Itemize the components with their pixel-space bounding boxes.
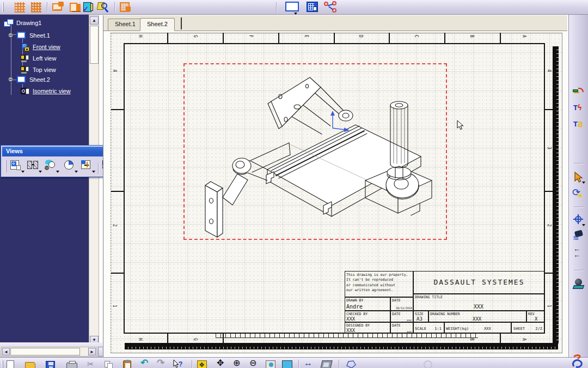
zone-letter: B	[469, 35, 474, 38]
copy-icon[interactable]	[105, 361, 113, 368]
collapse-expander[interactable]	[8, 77, 13, 82]
redo-icon[interactable]: ↷	[157, 360, 164, 366]
grid-icon[interactable]	[15, 2, 25, 13]
new-detail-sheet-icon[interactable]	[52, 2, 65, 13]
zone-number: 1	[112, 305, 117, 307]
size-cell: SIZE A3	[413, 311, 428, 322]
toolbar-grip[interactable]	[5, 160, 7, 172]
zone-letter: F	[248, 35, 253, 38]
sheet-number-cell: SHEET 2/2	[511, 322, 545, 334]
specification-tree: Drawing1 Sheet.1 Front view Left view	[0, 15, 89, 344]
tree-label[interactable]: Sheet.1	[29, 32, 50, 39]
zoom-out-icon[interactable]: ⊖	[249, 360, 256, 366]
frame-title-block-icon[interactable]	[119, 2, 132, 13]
new-document-icon[interactable]	[7, 360, 14, 368]
drawing-document-icon	[4, 19, 14, 27]
checked-by-cell: CHECKED BY XXX	[345, 311, 390, 322]
sheet-icon	[17, 32, 26, 39]
sheet-icon	[17, 76, 26, 83]
clipping-view-button[interactable]	[63, 159, 78, 174]
detail-view-button[interactable]	[44, 159, 59, 174]
tree-label[interactable]: Isometric view	[33, 88, 71, 94]
collapse-expander[interactable]	[8, 33, 13, 38]
cut-icon[interactable]: ✂	[87, 361, 94, 367]
tree-vertical-scrollbar[interactable]: ▲ ▼	[89, 15, 99, 345]
title-block: This drawing is our property. It can't b…	[345, 271, 545, 334]
scroll-thumb[interactable]	[90, 26, 99, 64]
open-icon[interactable]	[25, 362, 35, 368]
dimension-preview-icon[interactable]	[97, 2, 110, 13]
pan-icon[interactable]: ✥	[217, 360, 224, 366]
checked-date-cell: DATE xxx	[390, 311, 413, 322]
tree-label[interactable]: Front view	[33, 44, 60, 50]
offset-section-view-button[interactable]	[27, 159, 42, 174]
undo-icon[interactable]: ↶	[140, 360, 148, 366]
tab-label: Sheet.2	[147, 21, 168, 27]
zone-number: 3	[547, 147, 552, 149]
tree-label[interactable]: Sheet.2	[29, 76, 50, 83]
zone-letter: H	[138, 35, 143, 38]
paste-icon[interactable]	[123, 360, 131, 368]
zone-letter: C	[414, 35, 419, 38]
broken-view-button[interactable]	[80, 159, 95, 174]
tab-sheet1[interactable]: Sheet.1	[108, 19, 143, 31]
zone-number: 1	[547, 305, 552, 307]
rotate-3d-icon[interactable]	[320, 360, 332, 368]
sketch-analysis-icon[interactable]: ≋	[573, 231, 585, 243]
drawing-canvas[interactable]: H G F E D C B A H G B A 4 2 1 4 3 2 1	[103, 31, 567, 357]
render-disabled-icon	[424, 360, 432, 368]
render-view-icon[interactable]	[573, 279, 585, 291]
analysis-display-mode-icon[interactable]: ✓	[83, 2, 95, 13]
whats-this-icon[interactable]: ?	[173, 360, 184, 368]
isometric-view-drawing	[186, 63, 447, 243]
fill-screen-icon[interactable]	[282, 360, 292, 368]
document-links-icon[interactable]	[323, 1, 338, 13]
new-sheet-icon[interactable]	[285, 2, 299, 11]
isometric-view-icon	[20, 87, 30, 96]
focus-target-icon[interactable]	[573, 214, 584, 225]
select-arrow-icon[interactable]	[573, 172, 585, 184]
zone-letter: A	[522, 35, 526, 38]
polygon-icon[interactable]	[346, 360, 356, 368]
balloon-icon[interactable]: T Ϩ	[573, 120, 585, 130]
roughness-symbol-icon[interactable]	[573, 87, 585, 96]
scroll-left-button[interactable]: ◄	[2, 348, 10, 355]
scale-cell: SCALE 1:1	[413, 322, 444, 334]
normal-view-icon[interactable]	[266, 360, 275, 368]
toolbar-grip[interactable]	[2, 2, 4, 12]
print-icon[interactable]	[66, 363, 77, 368]
snap-to-point-icon[interactable]	[31, 2, 41, 13]
new-sheet-dropdown[interactable]	[294, 13, 297, 15]
instantiate-2d-component-icon[interactable]	[69, 2, 82, 13]
zoom-in-icon[interactable]: ⊕	[233, 360, 240, 366]
zone-number: 2	[547, 224, 552, 227]
scroll-right-button[interactable]: ►	[88, 348, 96, 355]
tree-horizontal-scrollbar[interactable]: ◄ ►	[1, 347, 97, 357]
new-view-icon[interactable]	[307, 2, 318, 12]
tree-label[interactable]: Top view	[33, 67, 56, 73]
tree-label[interactable]: Drawing1	[16, 20, 41, 26]
scroll-thumb[interactable]	[10, 348, 80, 355]
front-view-button[interactable]	[9, 159, 24, 174]
swap-visible-space-icon[interactable]: ⟳ ➜	[572, 189, 585, 201]
arrange-icon[interactable]: ↔	[304, 360, 313, 366]
property-note-cell: This drawing is our property. It can't b…	[345, 271, 413, 297]
zone-letter: E	[304, 35, 309, 38]
text-with-leader-icon[interactable]: T ϟ	[573, 104, 585, 113]
zone-number: 4	[112, 69, 117, 72]
tab-sheet2[interactable]: Sheet.2	[140, 18, 175, 31]
fit-all-in-icon[interactable]: ✥	[197, 360, 207, 368]
save-icon[interactable]	[46, 361, 55, 368]
back-arrows-icon[interactable]: ←←	[573, 246, 585, 259]
tree-label[interactable]: Left view	[33, 55, 56, 62]
zone-number: 4	[547, 69, 552, 72]
drawn-date-cell: DATE 28/11/2010	[390, 297, 413, 311]
zone-letter: B	[469, 338, 474, 341]
catia-logo	[569, 353, 586, 368]
scroll-up-button[interactable]: ▲	[90, 16, 99, 25]
paper-edge-strip-bottom	[125, 343, 558, 349]
zone-letter: G	[193, 338, 198, 341]
front-view-icon	[20, 43, 30, 52]
zone-letter: A	[522, 338, 526, 341]
right-toolbar: T ϟ T Ϩ ⟳ ➜ ≋ ←←	[568, 15, 588, 357]
